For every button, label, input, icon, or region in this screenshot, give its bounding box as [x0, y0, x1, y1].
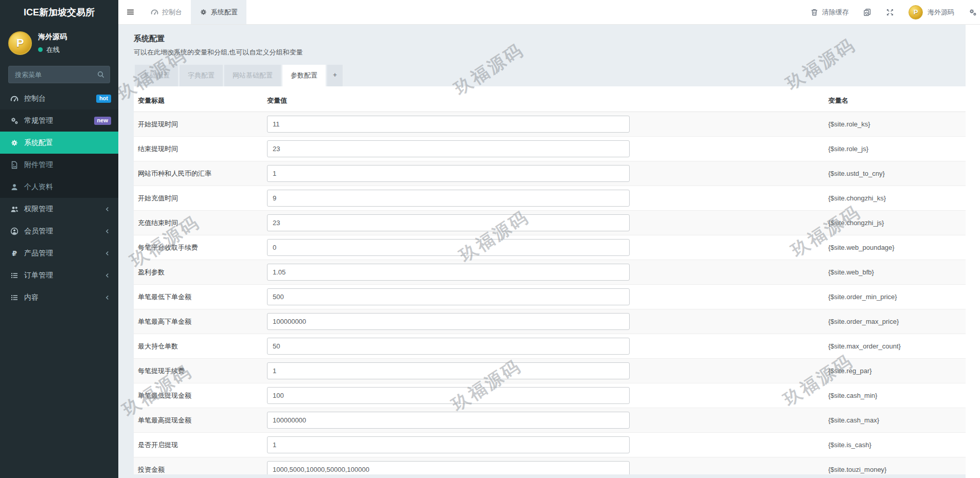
list-icon: [10, 293, 19, 302]
variable-value-input[interactable]: [267, 412, 630, 429]
sidebar-item-attachments[interactable]: 附件管理: [0, 154, 118, 176]
variable-value-input[interactable]: [267, 165, 630, 182]
variable-title: 单笔最高下单金额: [134, 317, 265, 326]
sidebar-item-system-config[interactable]: 系统配置: [0, 132, 118, 154]
variable-value-input[interactable]: [267, 362, 630, 379]
user-icon: [10, 183, 19, 191]
table-row: 单笔最低下单金额 {$site.order_min_price}: [134, 285, 966, 309]
user-panel: P 海外源码 在线: [0, 25, 118, 61]
topbar-tab-system-config[interactable]: 系统配置: [191, 0, 246, 24]
gear-icon: [10, 139, 19, 147]
topbar-tab-dashboard[interactable]: 控制台: [142, 0, 191, 24]
table-row: 每笔提现手续费 {$site.reg_par}: [134, 359, 966, 383]
page-title: 系统配置: [134, 34, 966, 44]
variable-value-input[interactable]: [267, 338, 630, 355]
variable-value-input[interactable]: [267, 264, 630, 281]
topbar-user-name: 海外源码: [928, 8, 954, 17]
variable-value-input[interactable]: [267, 288, 630, 305]
variable-title: 是否开启提现: [134, 440, 265, 450]
variable-value-input[interactable]: [267, 436, 630, 453]
variable-value-input[interactable]: [267, 239, 630, 256]
variable-value-input[interactable]: [267, 140, 630, 157]
table-row: 结束提现时间 {$site.role_js}: [134, 137, 966, 161]
search-input[interactable]: [8, 66, 110, 83]
sidebar-item-label: 会员管理: [24, 227, 53, 236]
table-row: 网站币种和人民币的汇率 {$site.ustd_to_cny}: [134, 161, 966, 186]
user-name: 海外源码: [38, 32, 67, 42]
table-row: 每笔平台收取手续费 {$site.web_poundage}: [134, 235, 966, 260]
variable-name: {$site.order_max_price}: [823, 318, 966, 325]
config-tab[interactable]: +: [327, 65, 343, 86]
variable-title: 投资金额: [134, 465, 265, 474]
config-tab[interactable]: 基础配置: [135, 65, 178, 86]
sidebar-item-label: 订单管理: [24, 271, 53, 280]
variable-name: {$site.max_order_count}: [823, 342, 966, 350]
table-row: 单笔最低提现金额 {$site.cash_min}: [134, 383, 966, 408]
sidebar-item-orders[interactable]: 订单管理: [0, 264, 118, 286]
variable-value-input[interactable]: [267, 387, 630, 404]
table-row: 开始提现时间 {$site.role_ks}: [134, 112, 966, 137]
gears-icon: [969, 8, 977, 16]
config-tab[interactable]: 字典配置: [180, 65, 223, 86]
table-row: 充值结束时间 {$site.chongzhi_js}: [134, 211, 966, 235]
sidebar-item-content[interactable]: 内容: [0, 286, 118, 308]
sidebar-item-products[interactable]: ₽ 产品管理: [0, 242, 118, 264]
config-tab[interactable]: 网站基础配置: [224, 65, 281, 86]
variable-name: {$site.cash_max}: [823, 416, 966, 424]
variable-name: {$site.role_js}: [823, 145, 966, 153]
sidebar-item-profile[interactable]: 个人资料: [0, 176, 118, 198]
variable-value-input[interactable]: [267, 116, 630, 133]
variable-name: {$site.cash_min}: [823, 392, 966, 399]
gauge-icon: [10, 95, 19, 103]
clear-cache-button[interactable]: 清除缓存: [810, 8, 849, 17]
avatar: P: [908, 5, 923, 20]
online-dot-icon: [38, 47, 43, 52]
variable-value-input[interactable]: [267, 461, 630, 474]
variable-value-input[interactable]: [267, 313, 630, 330]
variable-value-input[interactable]: [267, 214, 630, 231]
sidebar-item-permissions[interactable]: 权限管理: [0, 198, 118, 220]
variable-value-input[interactable]: [267, 190, 630, 207]
sidebar-item-members[interactable]: 会员管理: [0, 220, 118, 242]
sidebar-item-label: 控制台: [24, 94, 46, 103]
variable-name: {$site.reg_par}: [823, 367, 966, 375]
variable-name: {$site.role_ks}: [823, 120, 966, 128]
sidebar-item-label: 附件管理: [24, 160, 53, 170]
topbar-user-menu[interactable]: P 海外源码: [908, 5, 954, 20]
users-icon: [10, 205, 19, 213]
topbar-tab-label: 控制台: [162, 8, 182, 17]
sidebar-toggle-button[interactable]: [118, 0, 142, 24]
file-image-icon: [10, 161, 19, 169]
table-row: 最大持仓单数 {$site.max_order_count}: [134, 334, 966, 359]
sidebar-item-dashboard[interactable]: 控制台 hot: [0, 87, 118, 109]
settings-button[interactable]: [969, 8, 977, 16]
sidebar-item-general[interactable]: 常规管理 new: [0, 109, 118, 132]
gauge-icon: [151, 8, 158, 16]
table-row: 投资金额 {$site.touzi_money}: [134, 457, 966, 474]
variable-name: {$site.chongzhi_js}: [823, 219, 966, 227]
col-header-varname: 变量名: [823, 96, 966, 112]
avatar: P: [8, 31, 32, 55]
topbar-tab-label: 系统配置: [211, 8, 238, 17]
refresh-page-button[interactable]: [863, 8, 871, 16]
chevron-left-icon: [104, 228, 111, 235]
variable-name: {$site.order_min_price}: [823, 293, 966, 301]
variable-title: 网站币种和人民币的汇率: [134, 169, 265, 178]
variable-title: 充值结束时间: [134, 218, 265, 228]
variable-title: 单笔最高提现金额: [134, 416, 265, 425]
ruble-icon: ₽: [10, 249, 19, 258]
sidebar-menu: 控制台 hot 常规管理 new 系统配置: [0, 87, 118, 308]
page-refresh-icon: [863, 8, 871, 16]
config-tab[interactable]: 参数配置: [282, 65, 326, 86]
user-circle-icon: [10, 227, 19, 235]
brand-title: ICE新加坡交易所: [0, 0, 118, 25]
variable-name: {$site.chongzhi_ks}: [823, 194, 966, 202]
sidebar-item-label: 个人资料: [24, 182, 53, 192]
sidebar-item-label: 内容: [24, 293, 39, 302]
user-status: 在线: [46, 45, 60, 54]
variable-name: {$site.is_cash}: [823, 441, 966, 449]
sidebar-item-label: 权限管理: [24, 205, 53, 214]
table-row: 单笔最高下单金额 {$site.order_max_price}: [134, 309, 966, 334]
variable-title: 每笔提现手续费: [134, 366, 265, 376]
fullscreen-button[interactable]: [886, 8, 894, 16]
